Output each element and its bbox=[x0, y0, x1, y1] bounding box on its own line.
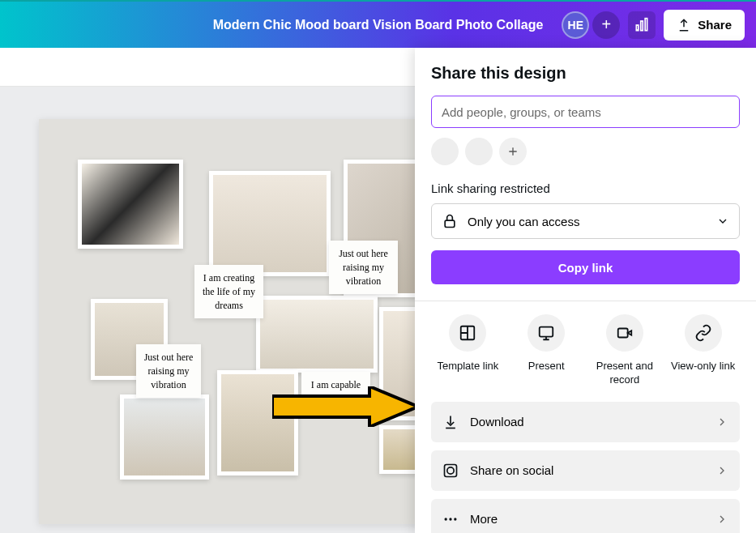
share-actions-row: Template link Present Present and record… bbox=[431, 314, 740, 387]
photo-coffee[interactable] bbox=[256, 296, 378, 373]
action-label: Present bbox=[528, 360, 565, 373]
header: Modern Chic Mood board Vision Board Phot… bbox=[0, 0, 756, 48]
svg-rect-4 bbox=[445, 220, 455, 227]
globe-icon bbox=[442, 463, 459, 479]
share-panel: Share this design Link sharing restricte… bbox=[415, 48, 756, 533]
photo-beach[interactable] bbox=[120, 394, 209, 480]
template-icon bbox=[459, 324, 476, 342]
chevron-right-icon bbox=[715, 464, 728, 477]
svg-rect-6 bbox=[540, 327, 553, 337]
divider bbox=[415, 301, 756, 301]
list-item-label: Download bbox=[470, 415, 524, 429]
dots-icon bbox=[442, 511, 459, 527]
chevron-right-icon bbox=[715, 513, 728, 526]
present-action[interactable]: Present bbox=[510, 314, 583, 387]
chevron-right-icon bbox=[715, 416, 728, 429]
svg-point-10 bbox=[445, 518, 447, 520]
add-person-chip[interactable] bbox=[499, 138, 527, 165]
note-affirmation-1[interactable]: I am creating the life of my dreams bbox=[194, 265, 263, 318]
add-people-input[interactable] bbox=[431, 96, 740, 128]
svg-rect-8 bbox=[445, 464, 457, 476]
copy-link-button[interactable]: Copy link bbox=[431, 250, 740, 284]
analytics-button[interactable] bbox=[628, 11, 656, 39]
lock-icon bbox=[442, 213, 458, 229]
svg-point-11 bbox=[449, 518, 451, 520]
photo-outfit[interactable] bbox=[209, 171, 331, 276]
present-icon bbox=[537, 324, 555, 342]
share-button[interactable]: Share bbox=[664, 10, 745, 41]
plus-icon bbox=[506, 145, 519, 158]
svg-rect-1 bbox=[641, 21, 643, 31]
share-panel-heading: Share this design bbox=[431, 64, 740, 83]
person-chip[interactable] bbox=[431, 138, 459, 165]
link-icon bbox=[694, 324, 712, 342]
page-title: Modern Chic Mood board Vision Board Phot… bbox=[213, 18, 544, 32]
share-social-item[interactable]: Share on social bbox=[431, 450, 740, 491]
list-item-label: Share on social bbox=[470, 463, 553, 477]
svg-rect-0 bbox=[637, 25, 639, 31]
svg-rect-2 bbox=[645, 18, 647, 30]
template-link-action[interactable]: Template link bbox=[431, 314, 505, 387]
person-chip[interactable] bbox=[465, 138, 493, 165]
record-icon bbox=[616, 324, 634, 342]
photo-laptop[interactable] bbox=[78, 160, 183, 249]
download-item[interactable]: Download bbox=[431, 402, 740, 442]
note-affirmation-2[interactable]: Just out here raising my vibration bbox=[329, 241, 398, 294]
bar-chart-icon bbox=[634, 17, 650, 33]
people-chips bbox=[431, 138, 740, 165]
svg-point-9 bbox=[447, 467, 454, 474]
access-select[interactable]: Only you can access bbox=[431, 203, 740, 239]
download-icon bbox=[442, 414, 459, 430]
list-item-label: More bbox=[470, 512, 498, 526]
share-button-label: Share bbox=[698, 18, 732, 32]
action-label: Present and record bbox=[588, 360, 662, 387]
action-label: Template link bbox=[437, 360, 498, 373]
upload-icon bbox=[677, 18, 691, 32]
arrow-right-icon bbox=[272, 386, 418, 427]
chevron-down-icon bbox=[716, 215, 729, 228]
annotation-arrow bbox=[272, 386, 418, 427]
action-label: View-only link bbox=[671, 360, 735, 373]
access-select-label: Only you can access bbox=[468, 215, 579, 228]
view-only-action[interactable]: View-only link bbox=[666, 314, 740, 387]
add-member-button[interactable]: + bbox=[592, 11, 620, 39]
link-sharing-label: Link sharing restricted bbox=[431, 181, 740, 195]
present-record-action[interactable]: Present and record bbox=[588, 314, 662, 387]
note-affirmation-3[interactable]: Just out here raising my vibration bbox=[136, 344, 201, 398]
svg-marker-3 bbox=[272, 386, 418, 427]
avatar[interactable]: HE bbox=[562, 11, 589, 39]
svg-point-12 bbox=[454, 518, 456, 520]
svg-rect-7 bbox=[618, 329, 628, 338]
more-item[interactable]: More bbox=[431, 499, 740, 533]
